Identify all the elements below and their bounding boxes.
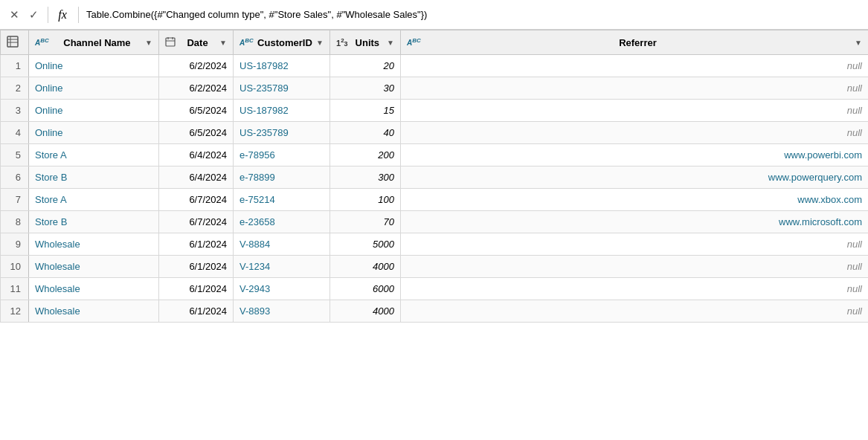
cell-channel-name: Store B <box>29 166 159 189</box>
cell-referrer: null <box>401 233 869 256</box>
table-row: 1 Online 6/2/2024 US-187982 20 null <box>1 55 869 77</box>
cell-date: 6/7/2024 <box>159 189 234 211</box>
formula-bar: ✕ ✓ fx <box>0 0 868 30</box>
header-row-num <box>1 30 29 55</box>
formula-input[interactable] <box>86 4 862 25</box>
table-container: ABC Channel Name ▼ <box>0 30 868 440</box>
cell-channel-name: Online <box>29 100 159 122</box>
table-row: 8 Store B 6/7/2024 e-23658 70 www.micros… <box>1 211 869 233</box>
cell-date: 6/4/2024 <box>159 144 234 166</box>
header-row: ABC Channel Name ▼ <box>1 30 869 55</box>
cell-row-num: 3 <box>1 100 29 122</box>
cell-units: 300 <box>330 166 401 189</box>
cell-referrer: null <box>401 300 869 323</box>
cell-units: 100 <box>330 189 401 211</box>
date-dropdown-icon[interactable]: ▼ <box>219 39 227 47</box>
cell-date: 6/1/2024 <box>159 233 234 256</box>
cell-referrer: null <box>401 122 869 144</box>
cell-customer-id: US-187982 <box>234 55 330 77</box>
units-dropdown-icon[interactable]: ▼ <box>387 39 394 47</box>
cell-customer-id: e-78956 <box>234 144 330 166</box>
date-type-icon <box>165 36 176 48</box>
cell-customer-id: US-187982 <box>234 100 330 122</box>
cell-customer-id: e-23658 <box>234 211 330 233</box>
cell-channel-name: Wholesale <box>29 278 159 300</box>
header-referrer-label: Referrer <box>424 37 852 48</box>
cell-date: 6/4/2024 <box>159 166 234 189</box>
header-referrer[interactable]: ABC Referrer ▼ <box>401 30 869 55</box>
cell-date: 6/2/2024 <box>159 77 234 100</box>
cell-referrer: www.xbox.com <box>401 189 869 211</box>
cell-units: 4000 <box>330 300 401 323</box>
cell-row-num: 5 <box>1 144 29 166</box>
table-row: 7 Store A 6/7/2024 e-75214 100 www.xbox.… <box>1 189 869 211</box>
cell-date: 6/7/2024 <box>159 211 234 233</box>
svg-rect-4 <box>166 38 175 46</box>
channel-dropdown-icon[interactable]: ▼ <box>145 39 152 47</box>
cell-date: 6/1/2024 <box>159 300 234 323</box>
cell-units: 15 <box>330 100 401 122</box>
cell-row-num: 11 <box>1 278 29 300</box>
header-date-label: Date <box>179 37 216 48</box>
cell-units: 5000 <box>330 233 401 256</box>
cell-customer-id: e-78899 <box>234 166 330 189</box>
cell-channel-name: Online <box>29 77 159 100</box>
cell-channel-name: Online <box>29 55 159 77</box>
svg-rect-0 <box>7 36 18 47</box>
cell-customer-id: US-235789 <box>234 122 330 144</box>
cell-channel-name: Store A <box>29 144 159 166</box>
cell-units: 70 <box>330 211 401 233</box>
cell-row-num: 6 <box>1 166 29 189</box>
cell-customer-id: V-2943 <box>234 278 330 300</box>
cell-row-num: 10 <box>1 256 29 278</box>
channel-type-icon: ABC <box>35 37 49 47</box>
table-row: 4 Online 6/5/2024 US-235789 40 null <box>1 122 869 144</box>
cell-referrer: www.microsoft.com <box>401 211 869 233</box>
cell-referrer: null <box>401 278 869 300</box>
formula-divider-2 <box>78 7 79 23</box>
cell-date: 6/5/2024 <box>159 100 234 122</box>
cell-channel-name: Wholesale <box>29 233 159 256</box>
cell-referrer: null <box>401 55 869 77</box>
cell-referrer: www.powerquery.com <box>401 166 869 189</box>
cancel-icon[interactable]: ✕ <box>6 7 22 23</box>
cell-date: 6/5/2024 <box>159 122 234 144</box>
formula-divider <box>48 7 48 23</box>
table-row: 9 Wholesale 6/1/2024 V-8884 5000 null <box>1 233 869 256</box>
referrer-type-icon: ABC <box>407 37 421 47</box>
cell-referrer: null <box>401 77 869 100</box>
customer-type-icon: ABC <box>239 37 254 47</box>
cell-units: 40 <box>330 122 401 144</box>
cell-row-num: 1 <box>1 55 29 77</box>
cell-referrer: null <box>401 100 869 122</box>
table-body: 1 Online 6/2/2024 US-187982 20 null 2 On… <box>1 55 869 323</box>
data-table: ABC Channel Name ▼ <box>0 30 868 323</box>
cell-referrer: null <box>401 256 869 278</box>
confirm-icon[interactable]: ✓ <box>25 7 42 23</box>
cell-units: 200 <box>330 144 401 166</box>
cell-row-num: 4 <box>1 122 29 144</box>
header-date[interactable]: Date ▼ <box>159 30 234 55</box>
cell-channel-name: Store A <box>29 189 159 211</box>
table-row: 11 Wholesale 6/1/2024 V-2943 6000 null <box>1 278 869 300</box>
cell-customer-id: e-75214 <box>234 189 330 211</box>
referrer-dropdown-icon[interactable]: ▼ <box>855 39 862 47</box>
customer-dropdown-icon[interactable]: ▼ <box>316 39 324 47</box>
cell-referrer: www.powerbi.com <box>401 144 869 166</box>
table-icon <box>7 36 19 50</box>
header-units[interactable]: 123 Units ▼ <box>330 30 401 55</box>
cell-row-num: 7 <box>1 189 29 211</box>
cell-channel-name: Store B <box>29 211 159 233</box>
cell-units: 6000 <box>330 278 401 300</box>
header-customer-id[interactable]: ABC CustomerID ▼ <box>234 30 330 55</box>
header-units-label: Units <box>351 37 385 48</box>
cell-channel-name: Wholesale <box>29 300 159 323</box>
header-channel-name[interactable]: ABC Channel Name ▼ <box>29 30 159 55</box>
fx-icon: fx <box>54 7 71 23</box>
cell-channel-name: Online <box>29 122 159 144</box>
header-customer-label: CustomerID <box>257 37 313 48</box>
formula-bar-icons: ✕ ✓ fx <box>6 7 71 23</box>
units-type-icon: 123 <box>336 37 348 48</box>
cell-row-num: 2 <box>1 77 29 100</box>
cell-date: 6/1/2024 <box>159 256 234 278</box>
